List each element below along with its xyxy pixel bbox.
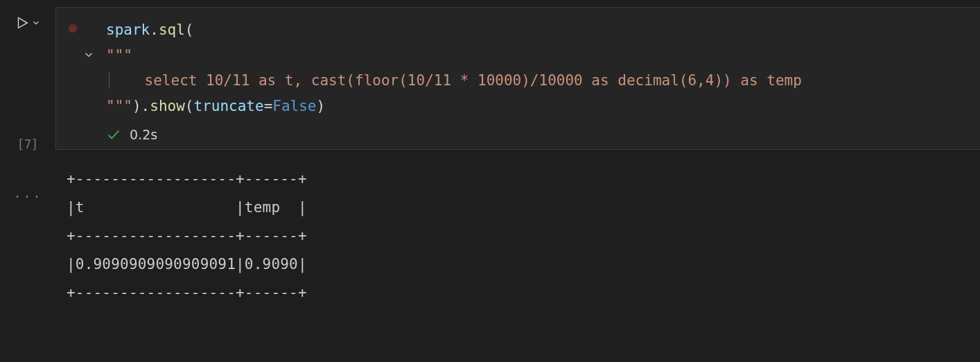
- chevron-down-icon: [31, 18, 41, 28]
- code-token: """: [106, 47, 132, 64]
- code-token: select 10/11 as t, cast(floor(10/11 * 10…: [145, 72, 802, 89]
- code-editor[interactable]: spark.sql( """ select 10/11 as t, cast(f…: [106, 17, 969, 119]
- breakpoint-dot[interactable]: [69, 24, 77, 33]
- output-row: ... +------------------+------+ |t |temp…: [0, 151, 980, 307]
- code-token: =: [264, 98, 273, 114]
- cell-output: +------------------+------+ |t |temp | +…: [55, 151, 980, 307]
- check-icon: [106, 127, 121, 142]
- output-line: +------------------+------+: [67, 171, 307, 187]
- notebook: [7] spark.sql( """ select 10/11 as t, ca…: [0, 0, 980, 307]
- cell-gutter: [7]: [0, 0, 55, 151]
- code-token: """: [106, 98, 132, 114]
- cell-status: 0.2s: [106, 127, 969, 142]
- output-gutter: ...: [0, 151, 55, 201]
- code-token: False: [272, 98, 316, 114]
- code-token: ).: [132, 98, 150, 114]
- code-token: spark: [106, 21, 150, 38]
- output-line: +------------------+------+: [67, 284, 307, 301]
- code-token: sql: [159, 21, 185, 38]
- code-token: (: [185, 21, 194, 38]
- output-line: |t |temp |: [67, 199, 307, 216]
- output-options-button[interactable]: ...: [13, 184, 42, 201]
- fold-chevron-icon[interactable]: [82, 48, 95, 60]
- output-line: |0.9090909090909091|0.9090|: [67, 256, 307, 273]
- code-token: truncate: [193, 98, 263, 114]
- code-cell-row: [7] spark.sql( """ select 10/11 as t, ca…: [0, 0, 980, 151]
- play-icon: [15, 15, 30, 31]
- code-token: ): [317, 98, 326, 114]
- code-token: (: [185, 98, 194, 114]
- execution-count: [7]: [17, 137, 39, 151]
- code-token: [110, 72, 145, 89]
- output-line: +------------------+------+: [67, 227, 307, 244]
- execution-time: 0.2s: [130, 127, 157, 142]
- code-token: .: [150, 21, 159, 38]
- svg-marker-0: [19, 18, 28, 28]
- run-cell-button[interactable]: [15, 15, 41, 31]
- code-token: show: [150, 98, 185, 114]
- code-cell[interactable]: spark.sql( """ select 10/11 as t, cast(f…: [55, 7, 980, 150]
